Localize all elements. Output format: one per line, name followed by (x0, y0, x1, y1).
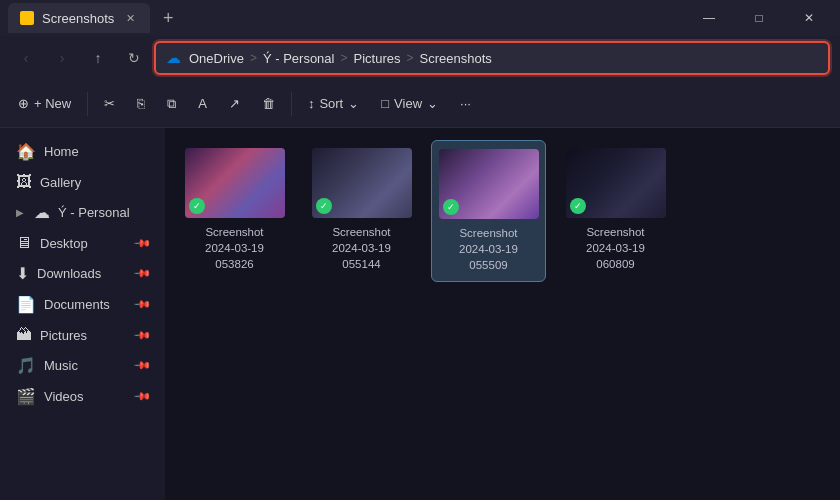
sidebar-personal-label: Ý - Personal (58, 205, 130, 220)
more-button[interactable]: ··· (450, 90, 481, 117)
check-badge-3: ✓ (443, 199, 459, 215)
paste-button[interactable]: ⧉ (157, 90, 186, 118)
up-button[interactable]: ↑ (82, 42, 114, 74)
copy-button[interactable]: ⎘ (127, 90, 155, 117)
breadcrumb-screenshots[interactable]: Screenshots (419, 51, 491, 66)
forward-button[interactable]: › (46, 42, 78, 74)
sidebar-item-videos[interactable]: 🎬 Videos 📌 (4, 381, 161, 412)
sidebar-downloads-label: Downloads (37, 266, 101, 281)
share-icon: ↗ (229, 96, 240, 111)
breadcrumb-sep-1: > (250, 51, 257, 65)
sidebar-item-desktop[interactable]: 🖥 Desktop 📌 (4, 228, 161, 258)
thumbnail-1: ✓ (185, 148, 285, 218)
new-button[interactable]: ⊕ + New (8, 90, 81, 117)
sort-chevron-icon: ⌄ (348, 96, 359, 111)
sidebar-item-downloads[interactable]: ⬇ Downloads 📌 (4, 258, 161, 289)
main-area: 🏠 Home 🖼 Gallery ▶ ☁ Ý - Personal 🖥 Desk… (0, 128, 840, 500)
close-button[interactable]: ✕ (786, 3, 832, 33)
expand-icon: ▶ (16, 207, 24, 218)
toolbar-divider-2 (291, 92, 292, 116)
active-tab[interactable]: Screenshots ✕ (8, 3, 150, 33)
home-icon: 🏠 (16, 142, 36, 161)
delete-icon: 🗑 (262, 96, 275, 111)
sidebar-item-gallery[interactable]: 🖼 Gallery (4, 167, 161, 197)
pin-icon-music: 📌 (132, 356, 151, 375)
cut-button[interactable]: ✂ (94, 90, 125, 117)
documents-icon: 📄 (16, 295, 36, 314)
file-content: ✓ Screenshot2024-03-19053826 ✓ Screensho… (165, 128, 840, 500)
share-button[interactable]: ↗ (219, 90, 250, 117)
file-name-1: Screenshot2024-03-19053826 (205, 224, 264, 272)
view-label: View (394, 96, 422, 111)
toolbar: ⊕ + New ✂ ⎘ ⧉ A ↗ 🗑 ↕ Sort ⌄ □ View ⌄ ··… (0, 80, 840, 128)
desktop-icon: 🖥 (16, 234, 32, 252)
pictures-icon: 🏔 (16, 326, 32, 344)
sidebar-music-label: Music (44, 358, 78, 373)
onedrive-icon: ☁ (166, 49, 181, 67)
tab-label: Screenshots (42, 11, 114, 26)
sort-label: Sort (319, 96, 343, 111)
new-label: + New (34, 96, 71, 111)
sidebar-item-documents[interactable]: 📄 Documents 📌 (4, 289, 161, 320)
pin-icon: 📌 (132, 233, 151, 252)
file-name-4: Screenshot2024-03-19060809 (586, 224, 645, 272)
check-badge-4: ✓ (570, 198, 586, 214)
nav-bar: ‹ › ↑ ↻ ☁ OneDrive > Ý - Personal > Pict… (0, 36, 840, 80)
copy-icon: ⎘ (137, 96, 145, 111)
check-badge-2: ✓ (316, 198, 332, 214)
new-icon: ⊕ (18, 96, 29, 111)
pin-icon-downloads: 📌 (132, 264, 151, 283)
breadcrumb-onedrive[interactable]: OneDrive (189, 51, 244, 66)
thumbnail-3: ✓ (439, 149, 539, 219)
window-controls: — □ ✕ (686, 3, 832, 33)
sidebar-desktop-label: Desktop (40, 236, 88, 251)
file-grid: ✓ Screenshot2024-03-19053826 ✓ Screensho… (177, 140, 828, 282)
pin-icon-videos: 📌 (132, 387, 151, 406)
breadcrumb-sep-2: > (340, 51, 347, 65)
thumbnail-4: ✓ (566, 148, 666, 218)
toolbar-divider-1 (87, 92, 88, 116)
breadcrumb-sep-3: > (406, 51, 413, 65)
sidebar-item-home[interactable]: 🏠 Home (4, 136, 161, 167)
tab-close-button[interactable]: ✕ (122, 10, 138, 26)
rename-icon: A (198, 96, 207, 111)
breadcrumb: OneDrive > Ý - Personal > Pictures > Scr… (189, 51, 492, 66)
cut-icon: ✂ (104, 96, 115, 111)
maximize-button[interactable]: □ (736, 3, 782, 33)
gallery-icon: 🖼 (16, 173, 32, 191)
file-item-2[interactable]: ✓ Screenshot2024-03-19055144 (304, 140, 419, 282)
thumbnail-2: ✓ (312, 148, 412, 218)
sidebar-videos-label: Videos (44, 389, 84, 404)
sidebar-home-label: Home (44, 144, 79, 159)
sort-button[interactable]: ↕ Sort ⌄ (298, 90, 369, 117)
title-bar: Screenshots ✕ + — □ ✕ (0, 0, 840, 36)
back-button[interactable]: ‹ (10, 42, 42, 74)
new-tab-button[interactable]: + (154, 4, 182, 32)
rename-button[interactable]: A (188, 90, 217, 117)
refresh-button[interactable]: ↻ (118, 42, 150, 74)
downloads-icon: ⬇ (16, 264, 29, 283)
file-item-4[interactable]: ✓ Screenshot2024-03-19060809 (558, 140, 673, 282)
sidebar-item-pictures[interactable]: 🏔 Pictures 📌 (4, 320, 161, 350)
sidebar-item-y-personal[interactable]: ▶ ☁ Ý - Personal (4, 197, 161, 228)
sidebar-pictures-label: Pictures (40, 328, 87, 343)
breadcrumb-pictures[interactable]: Pictures (354, 51, 401, 66)
videos-icon: 🎬 (16, 387, 36, 406)
music-icon: 🎵 (16, 356, 36, 375)
minimize-button[interactable]: — (686, 3, 732, 33)
pin-icon-documents: 📌 (132, 295, 151, 314)
view-icon: □ (381, 96, 389, 111)
breadcrumb-personal[interactable]: Ý - Personal (263, 51, 335, 66)
file-item-1[interactable]: ✓ Screenshot2024-03-19053826 (177, 140, 292, 282)
sidebar-item-music[interactable]: 🎵 Music 📌 (4, 350, 161, 381)
more-icon: ··· (460, 96, 471, 111)
delete-button[interactable]: 🗑 (252, 90, 285, 117)
view-button[interactable]: □ View ⌄ (371, 90, 448, 117)
cloud-icon: ☁ (34, 203, 50, 222)
file-item-3[interactable]: ✓ Screenshot2024-03-19055509 (431, 140, 546, 282)
address-bar[interactable]: ☁ OneDrive > Ý - Personal > Pictures > S… (154, 41, 830, 75)
sidebar-documents-label: Documents (44, 297, 110, 312)
paste-icon: ⧉ (167, 96, 176, 112)
sidebar-gallery-label: Gallery (40, 175, 81, 190)
check-badge-1: ✓ (189, 198, 205, 214)
